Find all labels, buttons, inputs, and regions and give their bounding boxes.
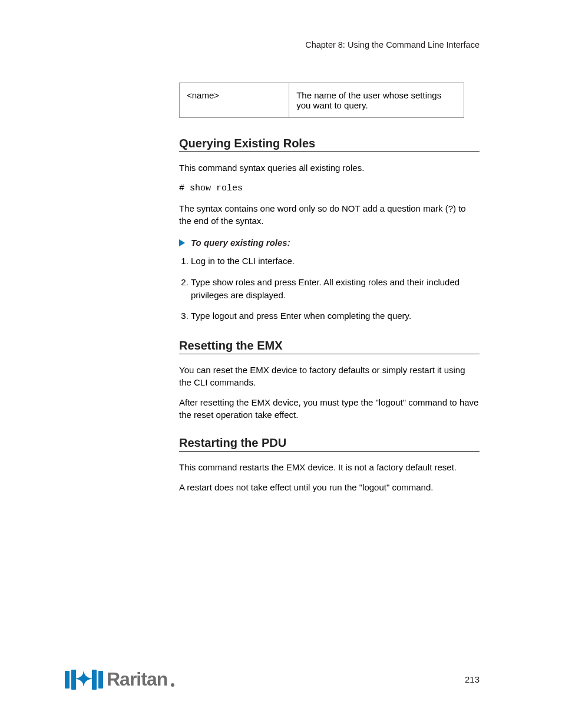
step: Type logout and press Enter when complet… bbox=[191, 309, 480, 322]
section-restarting-pdu: Restarting the PDU This command restarts… bbox=[179, 436, 480, 493]
step: Log in to the CLI interface. bbox=[191, 255, 480, 268]
page-number: 213 bbox=[465, 674, 480, 684]
body-text: This command syntax queries all existing… bbox=[179, 162, 480, 174]
section-querying-roles: Querying Existing Roles This command syn… bbox=[179, 137, 480, 322]
description-cell: The name of the user whose settings you … bbox=[289, 83, 464, 118]
logo-dot-icon bbox=[171, 683, 174, 687]
body-text: A restart does not take effect until you… bbox=[179, 481, 480, 493]
procedure-heading: To query existing roles: bbox=[191, 238, 290, 248]
running-header: Chapter 8: Using the Command Line Interf… bbox=[305, 40, 480, 50]
triangle-icon bbox=[179, 239, 185, 246]
body-text: The syntax contains one word only so do … bbox=[179, 202, 480, 228]
procedure-heading-row: To query existing roles: bbox=[179, 238, 480, 248]
command-text: # show roles bbox=[179, 182, 480, 195]
section-heading: Resetting the EMX bbox=[179, 339, 480, 354]
main-content: <name> The name of the user whose settin… bbox=[179, 83, 480, 493]
step: Type show roles and press Enter. All exi… bbox=[191, 276, 480, 302]
body-text: This command restarts the EMX device. It… bbox=[179, 461, 480, 473]
logo-text: Raritan bbox=[107, 668, 167, 690]
variable-cell: <name> bbox=[180, 83, 289, 118]
section-heading: Querying Existing Roles bbox=[179, 137, 480, 152]
brand-logo: ✦ Raritan bbox=[65, 668, 174, 690]
section-resetting-emx: Resetting the EMX You can reset the EMX … bbox=[179, 339, 480, 421]
logo-mark-icon: ✦ bbox=[65, 670, 103, 690]
body-text: You can reset the EMX device to factory … bbox=[179, 364, 480, 389]
procedure-steps: Log in to the CLI interface. Type show r… bbox=[179, 255, 480, 322]
table-row: <name> The name of the user whose settin… bbox=[180, 83, 464, 118]
variable-table: <name> The name of the user whose settin… bbox=[179, 83, 464, 118]
body-text: After resetting the EMX device, you must… bbox=[179, 396, 480, 421]
page: Chapter 8: Using the Command Line Interf… bbox=[0, 0, 562, 728]
section-heading: Restarting the PDU bbox=[179, 436, 480, 452]
